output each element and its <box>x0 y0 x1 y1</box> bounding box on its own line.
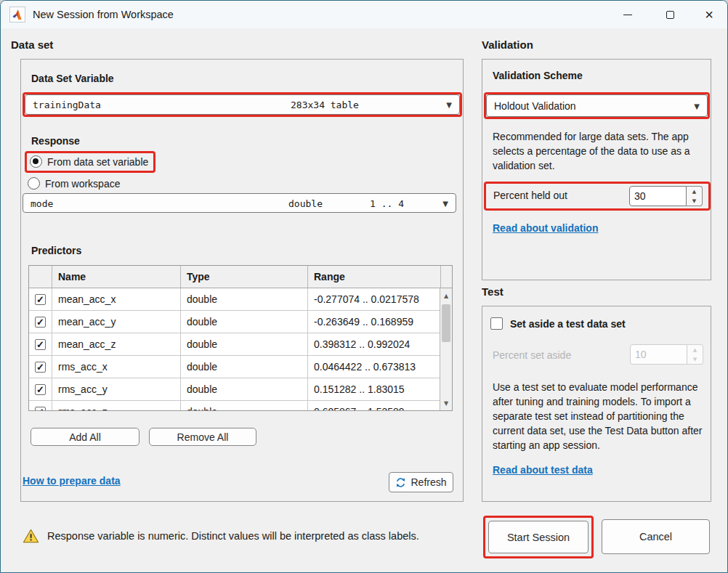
predictor-checkbox[interactable]: ✓ <box>29 333 52 355</box>
checkbox-icon[interactable] <box>490 317 503 330</box>
chevron-down-icon: ▼ <box>694 102 700 110</box>
highlight-start-session: Start Session <box>483 516 594 558</box>
predictor-type: double <box>181 378 308 400</box>
spin-up-icon[interactable]: ▲ <box>687 187 702 196</box>
predictors-table-header: Name Type Range <box>29 266 452 288</box>
set-aside-test-checkbox-row[interactable]: Set aside a test data set <box>490 317 626 330</box>
header-name: Name <box>52 266 181 288</box>
spin-buttons[interactable]: ▲ ▼ <box>687 344 703 365</box>
refresh-label: Refresh <box>410 476 446 488</box>
percent-set-aside-spinner: ▲ ▼ <box>630 344 703 365</box>
close-icon: × <box>705 7 713 23</box>
predictor-range: 0.0464422 .. 0.673813 <box>308 356 441 378</box>
table-row[interactable]: ✓mean_acc_ydouble-0.263649 .. 0.168959 <box>29 311 441 333</box>
highlight-response-radio: From data set variable <box>25 151 155 173</box>
response-type: double <box>288 198 323 208</box>
how-to-prepare-data-link[interactable]: How to prepare data <box>23 475 121 487</box>
dataset-variable-label: Data Set Variable <box>31 73 114 84</box>
checkbox-checked-icon: ✓ <box>35 384 46 395</box>
percent-set-aside-input[interactable] <box>630 344 687 365</box>
close-button[interactable]: × <box>697 1 721 28</box>
chevron-down-icon: ▼ <box>446 101 452 109</box>
matlab-logo-icon <box>9 7 25 23</box>
predictor-type: double <box>181 311 308 333</box>
header-scroll-spacer <box>441 266 452 288</box>
minimize-button[interactable] <box>615 1 640 28</box>
validation-scheme-combobox[interactable]: Holdout Validation ▼ <box>486 94 708 117</box>
checkbox-checked-icon: ✓ <box>35 294 46 305</box>
highlight-dataset-variable: trainingData 283x34 table ▼ <box>23 92 462 117</box>
percent-held-out-spinner: ▲ ▼ <box>629 186 703 206</box>
table-row[interactable]: ✓mean_acc_zdouble0.398312 .. 0.992024 <box>29 333 441 356</box>
percent-held-out-input[interactable] <box>629 186 687 206</box>
predictor-range: 0.151282 .. 1.83015 <box>308 378 441 400</box>
table-scrollbar[interactable]: ▲ ▼ <box>440 288 452 410</box>
table-row[interactable]: ✓mean_acc_xdouble-0.277074 .. 0.0217578 <box>29 288 441 311</box>
checkbox-checked-icon: ✓ <box>35 317 46 328</box>
highlight-validation-scheme: Holdout Validation ▼ <box>484 92 710 119</box>
predictor-checkbox[interactable]: ✓ <box>29 311 52 333</box>
minimize-icon <box>623 15 632 15</box>
radio-from-workspace[interactable]: From workspace <box>28 177 120 190</box>
predictor-name: mean_acc_x <box>52 288 181 310</box>
checkbox-checked-icon: ✓ <box>35 339 46 350</box>
read-about-validation-link[interactable]: Read about validation <box>493 222 598 234</box>
test-description: Use a test set to evaluate model perform… <box>493 380 718 452</box>
checkbox-checked-icon: ✓ <box>35 407 46 412</box>
predictor-checkbox[interactable]: ✓ <box>29 288 52 310</box>
predictor-type: double <box>181 401 308 411</box>
scroll-up-icon[interactable]: ▲ <box>440 290 452 301</box>
radio-label: From workspace <box>45 178 120 190</box>
highlight-percent-held-out: Percent held out ▲ ▼ <box>484 182 711 211</box>
spin-down-icon[interactable]: ▼ <box>687 196 702 206</box>
read-about-test-data-link[interactable]: Read about test data <box>493 464 593 476</box>
dataset-heading: Data set <box>11 38 53 51</box>
response-name: mode <box>31 198 53 208</box>
validation-panel: Validation Scheme Holdout Validation ▼ R… <box>482 59 711 280</box>
checkbox-checked-icon: ✓ <box>35 362 46 373</box>
warning-text: Response variable is numeric. Distinct v… <box>47 530 419 542</box>
spin-down-icon[interactable]: ▼ <box>687 354 703 364</box>
response-label: Response <box>31 135 80 147</box>
test-heading: Test <box>482 285 503 298</box>
start-session-button[interactable]: Start Session <box>488 521 589 553</box>
predictor-checkbox[interactable]: ✓ <box>29 401 52 411</box>
radio-from-dataset-variable[interactable]: From data set variable <box>30 155 148 168</box>
table-row[interactable]: ✓rms_acc_xdouble0.0464422 .. 0.673813 <box>29 356 441 378</box>
refresh-button[interactable]: Refresh <box>389 472 453 492</box>
scheme-value: Holdout Validation <box>494 100 576 112</box>
predictor-type: double <box>181 288 308 310</box>
response-range: 1 .. 4 <box>370 198 404 208</box>
predictor-name: rms_acc_z <box>52 401 181 411</box>
maximize-icon <box>666 11 674 19</box>
window-title: New Session from Workspace <box>33 1 174 28</box>
cancel-button[interactable]: Cancel <box>602 519 710 554</box>
response-variable-combobox[interactable]: mode double 1 .. 4 ▼ <box>23 193 456 213</box>
predictors-label: Predictors <box>31 245 81 256</box>
predictor-checkbox[interactable]: ✓ <box>29 356 52 378</box>
table-row[interactable]: ✓rms_acc_ydouble0.151282 .. 1.83015 <box>29 378 441 401</box>
predictors-table-body: ✓mean_acc_xdouble-0.277074 .. 0.0217578✓… <box>29 288 441 411</box>
spin-up-icon[interactable]: ▲ <box>687 345 703 354</box>
variable-name: trainingData <box>33 99 101 110</box>
dataset-variable-combobox[interactable]: trainingData 283x34 table ▼ <box>25 94 460 115</box>
table-row[interactable]: ✓rms_acc_zdouble0.605867 .. 1.53589 <box>29 401 441 411</box>
warning-icon <box>23 528 39 544</box>
predictor-range: -0.277074 .. 0.0217578 <box>308 288 441 310</box>
titlebar: New Session from Workspace × <box>1 1 727 28</box>
radio-icon <box>30 155 42 168</box>
percent-held-out-label: Percent held out <box>493 190 567 201</box>
scrollbar-thumb[interactable] <box>442 304 450 342</box>
set-aside-test-label: Set aside a test data set <box>510 318 626 330</box>
predictor-name: mean_acc_z <box>52 333 181 355</box>
add-all-button[interactable]: Add All <box>31 428 139 446</box>
maximize-button[interactable] <box>658 1 682 28</box>
header-type: Type <box>181 266 308 288</box>
radio-label: From data set variable <box>47 156 148 168</box>
predictor-checkbox[interactable]: ✓ <box>29 378 52 400</box>
predictor-name: rms_acc_y <box>52 378 181 400</box>
spin-buttons[interactable]: ▲ ▼ <box>687 186 703 206</box>
remove-all-button[interactable]: Remove All <box>149 428 256 446</box>
predictor-range: 0.398312 .. 0.992024 <box>308 333 441 355</box>
scroll-down-icon[interactable]: ▼ <box>440 397 452 409</box>
